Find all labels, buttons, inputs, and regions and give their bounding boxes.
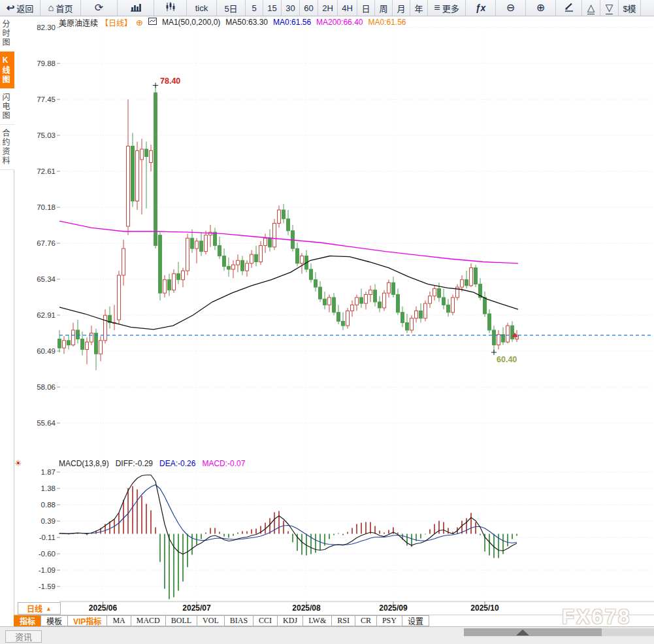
indicator-tabbar: 指标模板VIP指标MAMACDBOLLVOLBIASCCIKDJLW&RSICR…: [14, 615, 654, 626]
toolbar-period-60-button[interactable]: 60: [300, 0, 318, 16]
toolbar-marker-up-button[interactable]: △: [582, 0, 600, 16]
toolbar-formula-button[interactable]: ƒx: [466, 0, 496, 16]
sidebar-item-contract-info[interactable]: 合约资料: [0, 125, 14, 170]
formula-icon: ƒx: [476, 3, 486, 13]
toolbar-period-5-button[interactable]: 5: [246, 0, 263, 16]
toolbar-zoom-in-button[interactable]: ⊕: [526, 0, 556, 16]
top-toolbar: ↩返回⌂首页⟳tick5日51530602H4H日周月年≡更多ƒx⊖⊕△▽$模: [0, 0, 654, 16]
toolbar-label: 周: [379, 2, 387, 14]
toolbar-period-tick-button[interactable]: tick: [187, 0, 217, 16]
tab-vip-indicator[interactable]: VIP指标: [67, 615, 107, 626]
svg-text:2025/09: 2025/09: [379, 603, 408, 613]
svg-text:55.64: 55.64: [37, 419, 56, 427]
period-selector[interactable]: 日线 ▲: [18, 602, 61, 615]
tab-vol[interactable]: VOL: [197, 615, 225, 626]
svg-text:77.45: 77.45: [37, 95, 56, 103]
zoom-out-icon: ⊖: [506, 3, 515, 13]
toolbar-period-30-button[interactable]: 30: [282, 0, 300, 16]
macd-macd-value: MACD:-0.07: [202, 459, 245, 468]
low-annotation: 60.40: [497, 355, 517, 364]
svg-text:58.06: 58.06: [37, 383, 56, 391]
horizontal-scrollbar[interactable]: [464, 628, 654, 636]
toolbar-label: 2H: [322, 3, 333, 13]
sidebar-item-kline-chart[interactable]: K线图: [0, 52, 14, 89]
toolbar-label: 年: [414, 2, 423, 14]
price-grid: 82.3079.8877.4575.0372.6170.1867.7665.34…: [37, 24, 652, 600]
toolbar-label: 30: [286, 3, 295, 13]
toolbar-marker-down-button[interactable]: ▽: [600, 0, 619, 16]
macd-diff-value: DIFF:-0.29: [116, 459, 153, 468]
tab-rsi[interactable]: RSI: [331, 615, 355, 626]
tab-indicator[interactable]: 指标: [14, 615, 41, 626]
toolbar-back-button[interactable]: ↩返回: [0, 0, 41, 16]
toolbar-period-5d-button[interactable]: 5日: [217, 0, 246, 16]
toolbar-zoom-out-button[interactable]: ⊖: [496, 0, 526, 16]
toolbar-period-month-button[interactable]: 月: [393, 0, 410, 16]
news-tab[interactable]: 资讯: [5, 630, 42, 643]
ma50-line: [59, 256, 518, 330]
toolbar-label: 15: [267, 3, 276, 13]
svg-text:79.88: 79.88: [37, 59, 56, 67]
macd-histogram: [59, 486, 517, 600]
toolbar-period-week-button[interactable]: 周: [375, 0, 393, 16]
toolbar-period-4h-button[interactable]: 4H: [338, 0, 357, 16]
ma200-value: MA200:66.40: [316, 18, 363, 27]
tab-template[interactable]: 模板: [41, 615, 68, 626]
toolbar-bar-chart-mode-button[interactable]: [118, 0, 154, 16]
mini-chart-icon: [148, 18, 157, 27]
svg-text:-0.11: -0.11: [39, 534, 56, 541]
tab-lw[interactable]: LW&: [302, 615, 332, 626]
tab-cr[interactable]: CR: [355, 615, 377, 626]
chart-canvas[interactable]: 82.3079.8877.4575.0372.6170.1867.7665.34…: [0, 0, 654, 644]
back-icon: ↩: [7, 3, 15, 13]
sidebar-item-time-chart[interactable]: 分时图: [0, 16, 14, 52]
toolbar-home-button[interactable]: ⌂首页: [41, 0, 81, 16]
refresh-icon: ⟳: [95, 3, 103, 13]
date-axis: 2025/062025/072025/082025/092025/10: [14, 602, 654, 615]
svg-text:1.87: 1.87: [41, 468, 56, 476]
toolbar-candle-mode-button[interactable]: [154, 0, 187, 16]
svg-text:2025/06: 2025/06: [89, 603, 118, 613]
svg-text:70.18: 70.18: [37, 203, 56, 211]
toolbar-draw-button[interactable]: [556, 0, 582, 16]
ma-settings: MA1(50,0,200,0): [162, 18, 220, 27]
svg-text:2025/08: 2025/08: [292, 603, 321, 613]
tab-cci[interactable]: CCI: [253, 615, 278, 626]
scrollbar-thumb[interactable]: [464, 628, 602, 636]
add-compare-icon[interactable]: ⊕: [136, 18, 143, 27]
sidebar-item-lightning-chart[interactable]: 闪电图: [0, 89, 14, 125]
toolbar-more-button[interactable]: ≡更多: [428, 0, 466, 16]
svg-text:0.88: 0.88: [41, 501, 56, 509]
scrollbar-up-arrow-icon[interactable]: [516, 630, 529, 636]
toolbar-label: 60: [304, 3, 313, 13]
toolbar-template-money-button[interactable]: $模: [619, 0, 641, 16]
toolbar-period-2h-button[interactable]: 2H: [318, 0, 338, 16]
toolbar-label: 首页: [56, 2, 73, 14]
tab-kdj[interactable]: KDJ: [277, 615, 303, 626]
toolbar-label: 更多: [442, 2, 459, 14]
toolbar-period-15-button[interactable]: 15: [263, 0, 282, 16]
ma50-value: MA50:63.30: [225, 18, 268, 27]
toolbar-label: 返回: [16, 2, 33, 14]
toolbar-refresh-button[interactable]: ⟳: [81, 0, 118, 16]
tab-ma[interactable]: MA: [106, 615, 131, 626]
toolbar-period-year-button[interactable]: 年: [410, 0, 428, 16]
svg-text:60.49: 60.49: [37, 347, 56, 355]
tab-psy[interactable]: PSY: [376, 615, 402, 626]
candles: [58, 86, 519, 371]
tab-boll[interactable]: BOLL: [165, 615, 197, 626]
macd-pane-icon[interactable]: ☀: [14, 458, 22, 468]
draw-icon: [564, 2, 574, 14]
tab-macd[interactable]: MACD: [131, 615, 166, 626]
svg-text:1.38: 1.38: [41, 484, 56, 492]
ma0-orange-value: MA0:61.56: [368, 18, 406, 27]
caret-up-icon: ▲: [46, 605, 52, 612]
toolbar-label: 5: [252, 3, 256, 13]
tab-bias[interactable]: BIAS: [224, 615, 253, 626]
svg-text:-1.59: -1.59: [39, 583, 56, 590]
macd-title: MACD(13,8,9): [59, 459, 109, 468]
tab-settings[interactable]: 设置: [402, 615, 429, 626]
toolbar-period-day-button[interactable]: 日: [357, 0, 375, 16]
period-selector-label: 日线: [27, 603, 42, 614]
period-tag: 【日线】: [101, 17, 132, 28]
